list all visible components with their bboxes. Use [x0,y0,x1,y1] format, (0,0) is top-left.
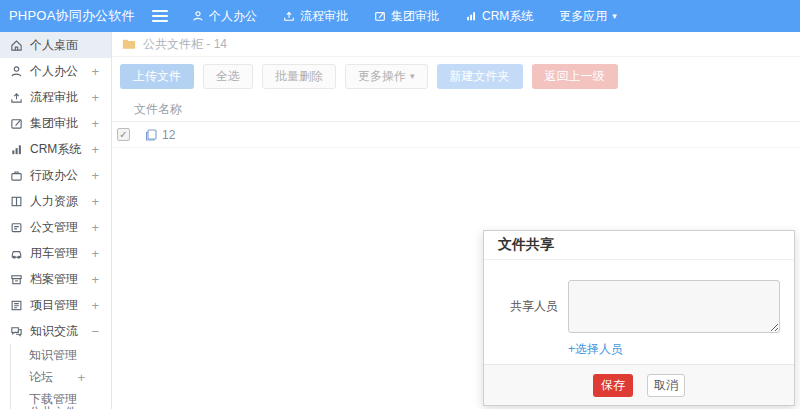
edit-icon [374,10,386,22]
plus-icon[interactable]: + [77,370,85,385]
briefcase-icon [10,169,23,182]
file-table-header: 文件名称 [112,98,800,122]
app-logo: PHPOA协同办公软件 [0,7,118,25]
dialog-body: 共享人员 +选择人员 [484,260,794,358]
topnav-more-apps[interactable]: 更多应用 ▾ [559,8,617,25]
caret-down-icon: ▾ [410,72,415,81]
sidebar-item-personal-desktop[interactable]: 个人桌面 [0,32,111,58]
plus-icon[interactable]: + [91,246,99,261]
plus-icon[interactable]: + [91,272,99,287]
dialog-footer: 保存 取消 [484,364,794,405]
plus-icon[interactable]: + [91,90,99,105]
sidebar-item-knowledge-exchange[interactable]: 知识交流 − [0,318,111,344]
sidebar-subitem-knowledge-management[interactable]: 知识管理 [11,344,111,366]
dialog-title: 文件共享 [498,236,554,254]
topnav-personal-office[interactable]: 个人办公 [192,8,257,25]
project-icon [10,299,23,312]
check-icon: ✓ [119,130,127,140]
sidebar-item-human-resources[interactable]: 人力资源 + [0,188,111,214]
topnav-process-approval[interactable]: 流程审批 [283,8,348,25]
more-actions-button[interactable]: 更多操作 ▾ [345,64,428,89]
sidebar-subitem-forum[interactable]: 论坛 + [11,366,111,388]
file-row[interactable]: ✓ 12 [112,122,800,148]
batch-delete-button[interactable]: 批量删除 [262,64,336,89]
file-icon [144,128,158,142]
sidebar-item-vehicle-management[interactable]: 用车管理 + [0,240,111,266]
upload-file-button[interactable]: 上传文件 [120,64,194,89]
minus-icon[interactable]: − [91,324,99,339]
document-icon [10,221,23,234]
save-button[interactable]: 保存 [593,374,633,397]
process-icon [10,91,23,104]
chart-icon [10,143,23,156]
home-icon [10,39,23,52]
share-people-label: 共享人员 [510,298,568,315]
sidebar-item-process-approval[interactable]: 流程审批 + [0,84,111,110]
car-icon [10,247,23,260]
topbar: PHPOA协同办公软件 个人办公 流程审批 集团审批 CRM系统 更多应用 ▾ [0,0,800,32]
row-checkbox[interactable]: ✓ [117,128,130,141]
hamburger-menu-icon[interactable] [152,10,168,22]
sidebar-item-group-approval[interactable]: 集团审批 + [0,110,111,136]
process-icon [283,10,295,22]
file-share-dialog: 文件共享 共享人员 +选择人员 保存 取消 [483,230,795,406]
plus-icon[interactable]: + [91,220,99,235]
user-icon [192,10,204,22]
file-name: 12 [162,128,175,142]
book-icon [10,195,23,208]
topnav-crm-system[interactable]: CRM系统 [465,8,533,25]
cancel-button[interactable]: 取消 [647,374,685,397]
plus-icon[interactable]: + [91,116,99,131]
new-folder-button[interactable]: 新建文件夹 [437,64,523,89]
toolbar: 上传文件 全选 批量删除 更多操作 ▾ 新建文件夹 返回上一级 [112,57,800,98]
caret-down-icon: ▾ [612,12,617,21]
sidebar-item-admin-office[interactable]: 行政办公 + [0,162,111,188]
column-header-file-name: 文件名称 [134,101,182,118]
sidebar-item-document-management[interactable]: 公文管理 + [0,214,111,240]
chart-icon [465,10,477,22]
breadcrumb: 公共文件柜 - 14 [112,32,800,57]
plus-icon[interactable]: + [91,64,99,79]
topnav-group-approval[interactable]: 集团审批 [374,8,439,25]
select-all-button[interactable]: 全选 [203,64,253,89]
folder-icon [122,38,136,50]
user-icon [10,65,23,78]
share-people-textarea[interactable] [568,280,780,333]
sidebar-item-project-management[interactable]: 项目管理 + [0,292,111,318]
archive-icon [10,273,23,286]
sidebar-item-archive-management[interactable]: 档案管理 + [0,266,111,292]
plus-icon[interactable]: + [91,142,99,157]
sidebar: 个人桌面 个人办公 + 流程审批 + 集团审批 + CRM系统 + 行政办公 + [0,32,112,409]
select-people-link[interactable]: +选择人员 [568,341,623,358]
plus-icon[interactable]: + [91,194,99,209]
dialog-header: 文件共享 [484,231,794,260]
breadcrumb-text: 公共文件柜 - 14 [143,36,227,53]
sidebar-item-personal-office[interactable]: 个人办公 + [0,58,111,84]
back-button[interactable]: 返回上一级 [532,64,618,89]
chat-icon [10,325,23,338]
top-navigation: 个人办公 流程审批 集团审批 CRM系统 更多应用 ▾ [192,8,617,25]
edit-icon [10,117,23,130]
knowledge-exchange-submenu: 知识管理 论坛 + 下载管理 公共文件柜 [10,344,111,409]
sidebar-item-crm-system[interactable]: CRM系统 + [0,136,111,162]
plus-icon[interactable]: + [91,168,99,183]
plus-icon[interactable]: + [91,298,99,313]
